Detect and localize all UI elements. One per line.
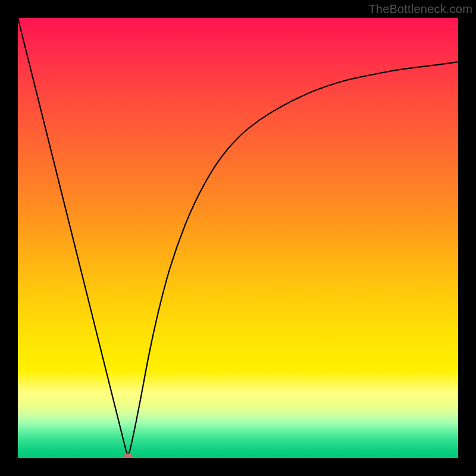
curve-layer [18,18,458,458]
plot-area [18,18,458,458]
bottleneck-curve [18,18,458,454]
watermark-text: TheBottleneck.com [368,2,472,16]
minimum-marker [123,453,133,458]
chart-container: TheBottleneck.com [0,0,476,476]
